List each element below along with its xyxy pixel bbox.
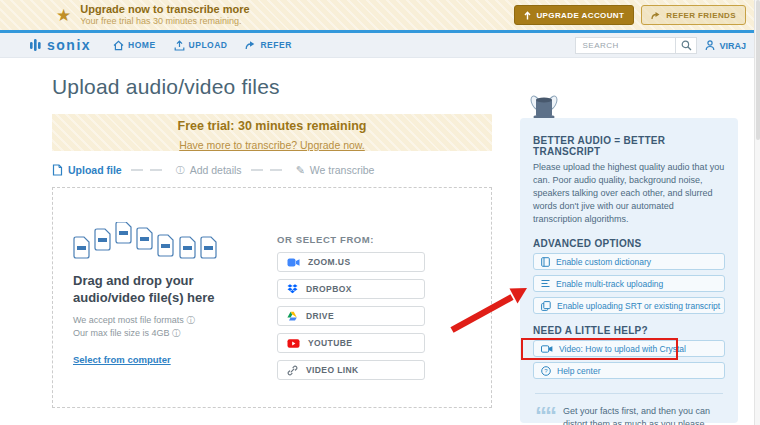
upgrade-account-label: UPGRADE ACCOUNT (536, 11, 624, 20)
step-connector (131, 169, 167, 171)
better-audio-title: BETTER AUDIO = BETTER TRANSCRIPT (533, 135, 725, 157)
user-icon (705, 40, 715, 51)
enable-custom-dictionary-button[interactable]: Enable custom dictionary (533, 253, 725, 270)
file-icon (52, 164, 63, 176)
step-add-details: ⓘ Add details (176, 164, 242, 176)
info-icon[interactable]: ⓘ (186, 316, 195, 325)
google-drive-icon (287, 311, 298, 321)
dropzone-heading: Drag and drop your audio/video file(s) h… (73, 273, 263, 307)
or-select-from-label: OR SELECT FROM: (277, 234, 429, 245)
source-dropbox-label: DROPBOX (306, 284, 352, 294)
zoom-camera-icon (287, 258, 300, 267)
select-from-computer-link[interactable]: Select from computer (73, 354, 171, 365)
advanced-options-title: ADVANCED OPTIONS (533, 238, 725, 249)
dropzone-note-size: Our max file size is 4GB ⓘ (73, 327, 263, 341)
step-connector (251, 169, 287, 171)
help-center-label: Help center (557, 366, 600, 376)
pencil-icon: ✎ (296, 165, 305, 176)
dropzone-note-formats: We accept most file formats ⓘ (73, 314, 263, 328)
page-title: Upload audio/video files (52, 75, 492, 99)
upload-steps: Upload file ⓘ Add details ✎ We transcrib… (52, 164, 492, 176)
home-icon (113, 40, 124, 51)
source-zoom-label: ZOOM.US (308, 257, 350, 267)
info-icon: ⓘ (176, 166, 185, 175)
nav-item-home[interactable]: HOME (113, 40, 156, 51)
scrollbar-thumb[interactable] (756, 0, 760, 140)
source-video-link-button[interactable]: VIDEO LINK (277, 360, 425, 380)
files-illustration (73, 222, 223, 262)
navbar: sonix HOME UPLOAD REFER (0, 33, 760, 58)
main-content: Upload audio/video files Free trial: 30 … (52, 58, 492, 408)
source-youtube-button[interactable]: YOUTUBE (277, 333, 425, 353)
source-youtube-label: YOUTUBE (308, 338, 352, 348)
enable-srt-upload-button[interactable]: Enable uploading SRT or existing transcr… (533, 297, 725, 314)
step-upload-file-label: Upload file (68, 164, 122, 176)
svg-text:?: ? (544, 368, 548, 374)
trial-title: Free trial: 30 minutes remaining (52, 118, 492, 135)
nav-upload-label: UPLOAD (189, 40, 228, 50)
source-drive-label: DRIVE (306, 311, 334, 321)
up-arrow-icon (524, 11, 531, 20)
youtube-icon (287, 339, 300, 348)
trial-banner: Free trial: 30 minutes remaining Have mo… (52, 114, 492, 151)
refer-friends-label: REFER FRIENDS (666, 11, 736, 20)
nav-refer-label: REFER (260, 40, 291, 50)
search-box (575, 37, 697, 54)
step-we-transcribe-label: We transcribe (310, 164, 375, 176)
video-how-to-upload-label: Video: How to upload with Crystal (559, 344, 686, 354)
quote-text: Get your facts first, and then you can d… (563, 405, 723, 425)
sidebar-divider (535, 393, 723, 394)
search-button[interactable] (675, 37, 697, 54)
enable-multi-track-label: Enable multi-track uploading (556, 279, 663, 289)
brand-name: sonix (47, 37, 91, 53)
link-icon (287, 365, 298, 376)
quote-block: ““ Get your facts first, and then you ca… (533, 405, 725, 425)
source-dropbox-button[interactable]: DROPBOX (277, 279, 425, 299)
question-circle-icon: ? (541, 366, 551, 376)
step-upload-file: Upload file (52, 164, 122, 176)
search-input[interactable] (575, 37, 675, 54)
user-menu[interactable]: VIRAJ (705, 40, 746, 51)
dropbox-icon (287, 284, 298, 294)
upgrade-account-button[interactable]: UPGRADE ACCOUNT (514, 5, 634, 25)
upload-icon (174, 40, 185, 51)
step-add-details-label: Add details (190, 164, 242, 176)
info-icon[interactable]: ⓘ (172, 329, 181, 338)
multi-track-icon (541, 279, 550, 288)
star-icon: ★ (56, 7, 71, 24)
refer-arrow-icon (245, 40, 256, 50)
refer-friends-button[interactable]: REFER FRIENDS (641, 5, 746, 25)
promo-title: Upgrade now to transcribe more (80, 3, 249, 16)
dictionary-book-icon (541, 257, 550, 267)
video-camera-icon (541, 345, 553, 353)
step-we-transcribe: ✎ We transcribe (296, 164, 375, 176)
sidebar-panel: BETTER AUDIO = BETTER TRANSCRIPT Please … (520, 118, 738, 423)
drag-drop-area[interactable]: Drag and drop your audio/video file(s) h… (52, 187, 492, 408)
better-audio-body: Please upload the highest quality audio … (533, 161, 725, 226)
promo-subtitle: Your free trial has 30 minutes remaining… (80, 16, 249, 27)
help-center-button[interactable]: ? Help center (533, 362, 725, 379)
video-how-to-upload-button[interactable]: Video: How to upload with Crystal (533, 340, 725, 357)
share-arrow-icon (651, 11, 661, 20)
enable-multi-track-button[interactable]: Enable multi-track uploading (533, 275, 725, 292)
trial-upgrade-link[interactable]: Have more to transcribe? Upgrade now. (179, 139, 365, 153)
quote-marks-icon: ““ (535, 405, 555, 425)
copy-transcript-icon (541, 301, 551, 311)
promo-banner: ★ Upgrade now to transcribe more Your fr… (0, 0, 760, 30)
nav-home-label: HOME (128, 40, 156, 50)
sonix-bars-icon (30, 38, 43, 52)
enable-custom-dictionary-label: Enable custom dictionary (556, 257, 651, 267)
source-zoom-button[interactable]: ZOOM.US (277, 252, 425, 272)
source-video-link-label: VIDEO LINK (306, 365, 359, 375)
scrollbar[interactable] (754, 0, 760, 425)
search-icon (681, 40, 692, 51)
mascot-hat-icon (527, 95, 561, 119)
enable-srt-upload-label: Enable uploading SRT or existing transcr… (557, 301, 720, 311)
nav-item-upload[interactable]: UPLOAD (174, 40, 228, 51)
user-name: VIRAJ (719, 41, 746, 51)
sonix-logo[interactable]: sonix (30, 37, 91, 53)
need-help-title: NEED A LITTLE HELP? (533, 325, 725, 336)
source-drive-button[interactable]: DRIVE (277, 306, 425, 326)
nav-item-refer[interactable]: REFER (245, 40, 291, 50)
